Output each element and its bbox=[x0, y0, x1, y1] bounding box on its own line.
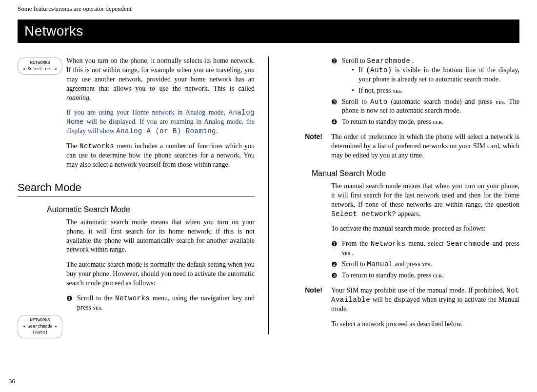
step-number-icon: ❶ bbox=[331, 239, 338, 249]
intro-paragraph-2: The Networks menu includes a number of f… bbox=[66, 142, 255, 170]
display-line-1: NETWORKS bbox=[19, 60, 61, 66]
note-label: Note! bbox=[282, 133, 331, 160]
auto-step-3: ❸ Scroll to Auto (automatic search mode)… bbox=[331, 98, 519, 116]
manual-search-heading: Manual Search Mode bbox=[312, 169, 519, 178]
manual-steps-list: ❶ From the Networks menu, select Searchm… bbox=[331, 239, 519, 280]
display-line-2: ◂ Select net ▸ bbox=[19, 66, 61, 73]
search-mode-heading: Search Mode bbox=[18, 181, 255, 196]
chapter-title: Networks bbox=[24, 23, 513, 39]
left-arrow-icon: ◂ bbox=[22, 67, 25, 72]
right-arrow-icon: ▸ bbox=[55, 67, 58, 72]
analog-note: If you are using your Home network in An… bbox=[66, 108, 255, 136]
auto-step-4: ❹ To return to standby mode, press clr. bbox=[331, 118, 519, 127]
manual-step-2: ❷ Scroll to Manual and press yes. bbox=[331, 260, 519, 269]
bullet-2: If not, press yes. bbox=[352, 86, 519, 96]
auto-step-2-bullets: If (Auto) is visible in the bottom line … bbox=[352, 66, 519, 96]
automatic-search-heading: Automatic Search Mode bbox=[47, 205, 255, 214]
step-number-icon: ❷ bbox=[331, 260, 338, 269]
note-1: Note! The order of preference in which t… bbox=[282, 133, 519, 160]
step-number-icon: ❸ bbox=[331, 98, 338, 107]
note-2: Note! Your SIM may prohibit use of the m… bbox=[282, 286, 519, 314]
left-arrow-icon: ◂ bbox=[22, 324, 25, 329]
yes-key: yes bbox=[422, 261, 430, 268]
manual-step-3: ❸ To return to standby mode, press clr. bbox=[331, 271, 519, 280]
bullet-1: If (Auto) is visible in the bottom line … bbox=[352, 66, 519, 84]
analog-roaming-display: Analog A (or B) Roaming bbox=[116, 127, 216, 135]
yes-key: yes bbox=[393, 87, 401, 94]
note-label: Note! bbox=[282, 286, 331, 314]
chapter-title-bar: Networks bbox=[18, 20, 519, 43]
auto-step-2: ❷ Scroll to Searchmode . If (Auto) is vi… bbox=[331, 57, 519, 96]
note-1-body: The order of preference in which the pho… bbox=[331, 133, 519, 160]
running-header: Some features/menus are operator depende… bbox=[0, 0, 537, 13]
auto-steps-list: ❶ Scroll to the Networks menu, using the… bbox=[66, 294, 255, 313]
yes-key: yes bbox=[496, 98, 504, 105]
step-number-icon: ❶ bbox=[66, 294, 73, 303]
note-2-body: Your SIM may prohibit use of the manual … bbox=[331, 286, 519, 314]
display-line-3: (Auto) bbox=[19, 330, 61, 336]
manual-step-1: ❶ From the Networks menu, select Searchm… bbox=[331, 239, 519, 258]
step-number-icon: ❹ bbox=[331, 118, 338, 127]
intro-paragraph-1: When you turn on the phone, it normally … bbox=[66, 57, 255, 102]
clr-key: clr bbox=[433, 118, 442, 125]
left-column: NETWORKS ◂ Select net ▸ When you turn on… bbox=[18, 57, 269, 334]
clr-key: clr bbox=[433, 272, 442, 279]
step-number-icon: ❸ bbox=[331, 271, 338, 280]
display-line-2: ◂ Searchmode ▸ bbox=[19, 324, 61, 330]
step-number-icon: ❷ bbox=[331, 57, 338, 66]
auto-step-1: ❶ Scroll to the Networks menu, using the… bbox=[66, 294, 255, 313]
auto-steps-continued: ❷ Scroll to Searchmode . If (Auto) is vi… bbox=[331, 57, 519, 127]
final-paragraph: To select a network proceed as described… bbox=[331, 320, 519, 329]
networks-menu-name: Networks bbox=[80, 142, 114, 150]
roaming-term: roaming bbox=[66, 94, 89, 101]
right-arrow-icon: ▸ bbox=[55, 324, 58, 329]
manual-paragraph-2: To activate the manual search mode, proc… bbox=[331, 224, 519, 234]
right-column: ❷ Scroll to Searchmode . If (Auto) is vi… bbox=[269, 57, 519, 334]
running-header-text: Some features/menus are operator depende… bbox=[18, 5, 132, 12]
auto-paragraph-1: The automatic search mode means that whe… bbox=[66, 218, 255, 255]
yes-key: yes bbox=[342, 250, 350, 256]
manual-paragraph-1: The manual search mode means that when y… bbox=[331, 182, 519, 219]
phone-display-networks: NETWORKS ◂ Select net ▸ bbox=[18, 58, 62, 75]
content-columns: NETWORKS ◂ Select net ▸ When you turn on… bbox=[18, 57, 519, 334]
page-number: 36 bbox=[9, 377, 15, 385]
display-line-1: NETWORKS bbox=[19, 317, 61, 324]
auto-paragraph-2: The automatic search mode is normally th… bbox=[66, 260, 255, 288]
phone-display-searchmode: NETWORKS ◂ Searchmode ▸ (Auto) bbox=[18, 315, 62, 338]
yes-key: yes bbox=[93, 304, 101, 311]
